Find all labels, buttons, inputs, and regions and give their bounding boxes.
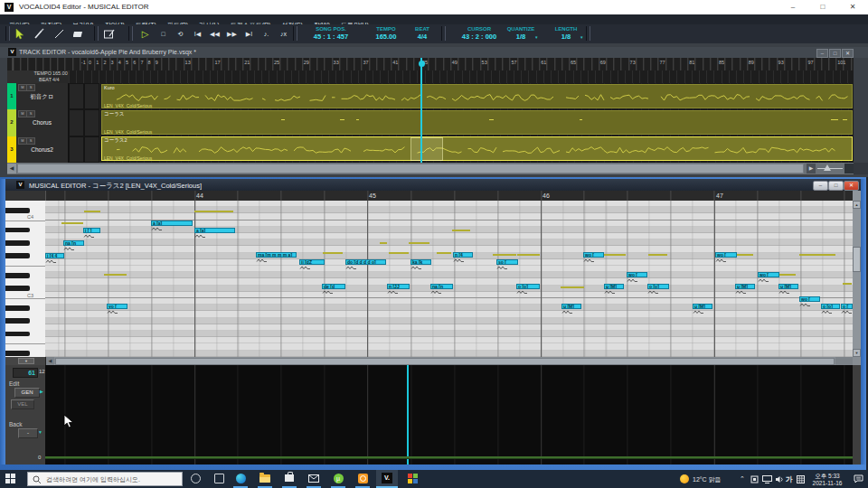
taskbar-icon-mail[interactable] <box>303 470 325 486</box>
weather-text[interactable]: 12°C 맑음 <box>693 475 722 484</box>
field-value-4[interactable]: 1/8 <box>503 33 539 41</box>
zoom-slider-handle[interactable] <box>824 164 831 171</box>
playhead-handle[interactable] <box>419 61 425 67</box>
taskbar-icon-cortana[interactable] <box>184 470 206 486</box>
part-コーラス2[interactable]: コーラス2LEN_V4X_Cold/Serious <box>101 136 853 161</box>
back-arrow-icon[interactable]: ▼ <box>38 429 42 435</box>
piano-roll-grid[interactable]: i [4 4na [ni [ ]a [a]a [a]yo [ma [m m m … <box>45 201 853 357</box>
musical-editor-titlebar[interactable]: V MUSICAL EDITOR - コーラス2 [LEN_V4X_Cold/S… <box>5 179 861 191</box>
note-i[interactable]: i [ ] <box>83 228 100 233</box>
track-editor-titlebar[interactable]: V TRACK EDITOR - vocaloid6-Apple Pie And… <box>0 47 868 58</box>
note-oo[interactable]: o [o] <box>647 284 669 289</box>
transport-forward-button[interactable]: ▶▶ <box>224 27 240 41</box>
note-ded[interactable]: de [d <box>322 284 345 289</box>
note-uM[interactable]: u [M] <box>693 304 712 309</box>
zoom-reset-button[interactable] <box>844 164 854 174</box>
note-nan[interactable]: na [n <box>63 240 84 246</box>
taskbar-icon-potplayer[interactable] <box>352 470 373 486</box>
black-key[interactable] <box>5 305 30 311</box>
track-3-header[interactable]: MSChorus2 <box>16 136 69 164</box>
note-uM[interactable]: u [M] <box>735 284 755 289</box>
te-close-button[interactable]: ✕ <box>842 49 854 58</box>
piano-keyboard[interactable]: C4C3 <box>5 201 46 357</box>
param-dropdown-button[interactable]: ▼ <box>18 358 34 364</box>
black-key[interactable] <box>5 208 30 213</box>
note-i44[interactable]: i [4 4 <box>45 253 64 258</box>
vscroll-thumb[interactable] <box>853 247 861 272</box>
note-wo[interactable]: wo [ <box>758 272 779 277</box>
note-yo[interactable]: yo [ <box>107 304 127 309</box>
gen-arrow-icon[interactable]: ▶ <box>40 389 43 394</box>
note-oo[interactable]: o [o] <box>516 284 540 289</box>
tool-eraser-icon[interactable] <box>72 27 87 41</box>
gen-button[interactable]: GEN <box>14 388 40 398</box>
black-key[interactable] <box>5 253 30 258</box>
hscroll-thumb[interactable] <box>55 358 835 365</box>
tool-line-icon[interactable] <box>52 27 67 41</box>
note-doddddo[interactable]: do [d d d d o] <box>345 259 386 265</box>
hscroll-left-arrow-icon[interactable]: ◀ <box>46 357 54 365</box>
taskbar-icon-melon[interactable] <box>401 470 423 486</box>
note-uM[interactable]: u [M] <box>561 304 581 309</box>
piano-roll-vscrollbar[interactable]: ▲▼ <box>853 191 861 357</box>
note-mammmma[interactable]: ma [m m m m a] <box>256 252 297 258</box>
transport-to-start-button[interactable]: I◀ <box>190 27 205 41</box>
taskbar-icon-vocaloid[interactable]: V. <box>376 470 398 486</box>
note-nJJ[interactable]: n [JJ <box>387 284 410 289</box>
note-uM[interactable]: u [M] <box>778 284 798 289</box>
solo-button[interactable]: S <box>26 137 35 145</box>
taskbar-icon-file-explorer[interactable] <box>254 470 276 486</box>
scroll-left-arrow-icon[interactable]: ◀ <box>7 164 16 174</box>
solo-button[interactable]: S <box>26 84 35 91</box>
track-1-color-tab[interactable]: 1 <box>7 83 16 110</box>
track-ruler[interactable]: -101234567891317212529333741454953576165… <box>7 58 854 70</box>
vscroll-up-arrow-icon[interactable]: ▲ <box>853 201 861 209</box>
back-select[interactable]: - <box>18 428 38 438</box>
zoom-out-arrow-icon[interactable]: ▶ <box>807 164 816 174</box>
dropdown-arrow-icon[interactable]: ▾ <box>535 34 538 40</box>
taskbar-icon-edge[interactable] <box>230 470 251 486</box>
me-minimize-button[interactable]: – <box>813 181 828 191</box>
transport-play-button[interactable]: ▷ <box>137 27 153 41</box>
tool-pointer-icon[interactable] <box>13 27 27 41</box>
transport-to-end-button[interactable]: ▶I <box>241 27 257 41</box>
note-wo[interactable]: wo [ <box>799 296 820 302</box>
field-value-5[interactable]: 1/8 <box>548 33 584 41</box>
transport-note-input-button[interactable]: ♪. <box>259 27 274 41</box>
track-3-lane[interactable]: コーラス2LEN_V4X_Cold/Serious <box>99 136 854 164</box>
track-editor-hscrollbar[interactable]: ◀▶ <box>7 163 854 174</box>
taskbar-icon-task-view[interactable] <box>208 470 230 486</box>
song-position-playhead[interactable] <box>420 58 422 163</box>
track-2-header[interactable]: MSChorus <box>16 109 69 136</box>
taskbar-clock[interactable]: 오후 5:332021-11-16 <box>807 473 847 487</box>
param-playhead[interactable] <box>407 365 409 465</box>
scroll-thumb[interactable] <box>17 164 804 174</box>
maximize-button[interactable]: □ <box>813 1 833 14</box>
track-1-lane[interactable]: KuroLEN_V4X_Cold/Serious <box>99 83 854 110</box>
solo-button[interactable]: S <box>26 110 35 117</box>
hscroll-right[interactable] <box>835 357 853 365</box>
dropdown-arrow-icon[interactable]: ▾ <box>580 34 583 40</box>
black-key[interactable] <box>5 286 30 291</box>
note-wo[interactable]: wo [ <box>627 272 647 277</box>
vel-button[interactable]: VEL <box>11 399 34 409</box>
close-button[interactable]: ✕ <box>843 1 863 14</box>
part-コーラス[interactable]: コーラスLEN_V4X_Cold/Serious <box>101 110 853 135</box>
note-uM[interactable]: u [M] <box>604 284 624 289</box>
taskbar-icon-store[interactable] <box>278 470 300 486</box>
black-key[interactable] <box>5 351 30 356</box>
tool-pencil-icon[interactable] <box>33 27 47 41</box>
note-nan[interactable]: na [n <box>430 284 453 289</box>
note-jidZ[interactable]: ji [dZ <box>299 259 325 265</box>
note-so[interactable]: so [ <box>496 259 518 265</box>
me-restore-button[interactable]: □ <box>828 181 844 191</box>
track-3-color-tab[interactable]: 3 <box>7 136 16 164</box>
te-minimize-button[interactable]: – <box>816 49 828 58</box>
taskbar-icon-utorrent[interactable]: µ <box>327 470 349 486</box>
minimize-button[interactable]: – <box>783 1 803 14</box>
piano-roll-ruler[interactable]: 44454647 <box>5 191 854 201</box>
me-close-button[interactable]: ✕ <box>844 181 859 191</box>
start-button[interactable] <box>5 474 15 483</box>
note-o[interactable]: o [ <box>841 304 853 309</box>
transport-loop-button[interactable]: ⟲ <box>173 27 188 41</box>
